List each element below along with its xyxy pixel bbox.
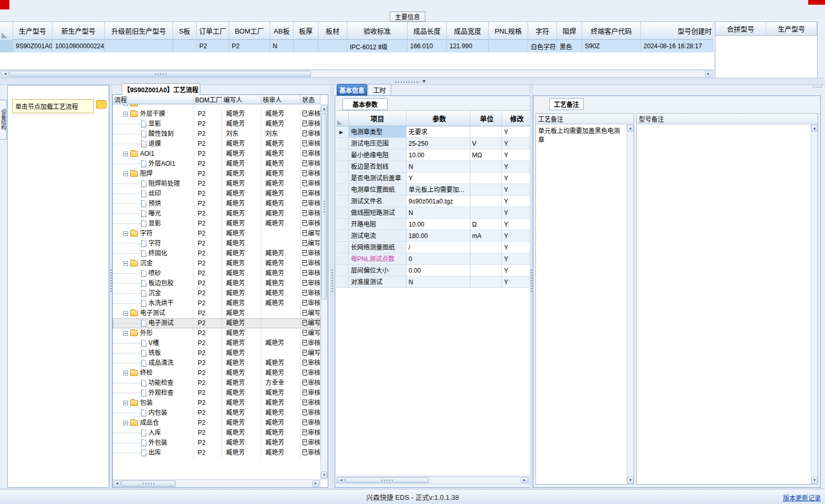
tab-work-hours[interactable]: 工时	[368, 84, 391, 95]
tree-row[interactable]: 功能检查P2臧艳芳方幸幸已审核	[113, 378, 320, 388]
tree-row[interactable]: 终固化P2臧艳芳臧艳芳已审核	[113, 249, 320, 259]
param-row[interactable]: 长网络测量图纸/Y	[336, 242, 530, 253]
tree-row[interactable]: 阻焊前处理P2臧艳芳臧艳芳已审核	[113, 179, 320, 189]
main-column-header[interactable]: 新生产型号	[52, 22, 105, 40]
main-column-header[interactable]: BOM工厂	[229, 22, 270, 40]
left-vertical-tab[interactable]: 设备结构	[0, 100, 7, 140]
tree-row[interactable]: 外层AOI1P2臧艳芳臧艳芳已审核	[113, 159, 320, 169]
main-column-header[interactable]: 成品长度	[408, 22, 447, 40]
tree-hscrollbar[interactable]: ◄ ►	[113, 479, 320, 487]
tree-expander-icon[interactable]	[123, 112, 128, 116]
tree-row[interactable]: 水洗烘干P2臧艳芳臧艳芳已审核	[113, 298, 320, 308]
tree-row[interactable]: 沉金P2臧艳芳臧艳芳已审核	[113, 288, 320, 298]
tree-row[interactable]: 电子测试P2臧艳芳已编写	[113, 308, 320, 318]
production-model-column-header[interactable]: 生产型号	[766, 22, 817, 35]
merge-model-column-header[interactable]: 合拼型号	[715, 22, 766, 35]
tab-basic-info[interactable]: 基本信息	[337, 84, 367, 95]
tree-expander-icon[interactable]	[123, 261, 128, 266]
param-select-all[interactable]	[336, 111, 349, 126]
main-column-header[interactable]: 字符	[528, 22, 557, 40]
param-row[interactable]: 每PNL测试点数0Y	[336, 253, 530, 265]
scroll-down-arrow-icon[interactable]: ▼	[321, 471, 327, 478]
main-column-header[interactable]: AB板	[270, 22, 294, 40]
tree-expander-icon[interactable]	[123, 231, 128, 236]
params-hscrollbar[interactable]: ◄ ►	[336, 476, 529, 484]
param-row[interactable]: 是否电测试后盖章YY	[336, 173, 530, 184]
splitter-grip[interactable]	[110, 270, 112, 292]
main-column-header[interactable]: 阻焊	[557, 22, 582, 40]
version-history-link[interactable]: 版本更新记录	[783, 493, 821, 502]
scroll-up-arrow-icon[interactable]: ▲	[321, 105, 327, 112]
param-row[interactable]: 电测章位置图纸单元板上均需要加...Y	[336, 184, 530, 196]
main-column-header[interactable]: PNL规格	[489, 22, 528, 40]
process-note-vscrollbar[interactable]: ▲ ▼	[627, 124, 634, 484]
tree-row[interactable]: 成品清洗P2臧艳芳臧艳芳已审核	[113, 358, 320, 368]
param-row[interactable]: 开路电阻10.00ΩY	[336, 219, 530, 230]
tree-row[interactable]: V槽P2臧艳芳臧艳芳已审核	[113, 338, 320, 348]
tree-vscrollbar[interactable]: ▲ ▼	[320, 104, 328, 479]
model-note-vscrollbar[interactable]: ▲ ▼	[811, 124, 818, 484]
param-value[interactable]: Y	[406, 173, 470, 184]
splitter-grip[interactable]	[395, 81, 420, 83]
param-column-header[interactable]: 参数	[406, 111, 470, 126]
tree-row[interactable]: 喷砂P2臧艳芳臧艳芳已审核	[113, 269, 320, 278]
param-row[interactable]: 测试文件名9s90z001a0.tgzY	[336, 196, 530, 207]
scroll-down-arrow-icon[interactable]: ▼	[811, 477, 818, 484]
tree-row[interactable]: 字符P2臧艳芳已编写	[113, 239, 320, 249]
splitter-collapse-arrow-icon[interactable]: ▼	[422, 79, 426, 84]
tree-row[interactable]: 显影P2臧艳芳臧艳芳已审核	[113, 219, 320, 229]
tree-row[interactable]: 内包装P2臧艳芳臧艳芳已审核	[113, 408, 320, 418]
tree-expander-icon[interactable]	[123, 421, 128, 425]
main-column-header[interactable]: 成品宽度	[447, 22, 489, 40]
tree-row[interactable]: 板边包胶P2臧艳芳臧艳芳已审核	[113, 278, 320, 288]
scrollbar-thumb[interactable]	[322, 113, 327, 299]
tree-expander-icon[interactable]	[123, 331, 128, 336]
splitter-grip[interactable]	[531, 270, 532, 292]
tree-expander-icon[interactable]	[123, 311, 128, 316]
row-selector[interactable]	[0, 40, 13, 52]
scrollbar-thumb[interactable]	[121, 480, 176, 487]
tree-row[interactable]: 终检P2臧艳芳臧艳芳已审核	[113, 368, 320, 378]
param-row[interactable]: 最小绝缘电阻10.00MΩY	[336, 149, 530, 161]
process-flow-tab[interactable]: 【9S90Z001A0】工艺流程	[122, 83, 200, 95]
process-note-content[interactable]: 单元板上均需要加盖黑色电测章	[536, 124, 627, 484]
tree-expander-icon[interactable]	[123, 401, 128, 405]
param-value[interactable]: N	[406, 207, 470, 219]
main-column-header[interactable]: 型号创建时	[641, 22, 713, 40]
main-column-header[interactable]: 板材	[318, 22, 347, 40]
tree-row[interactable]: AOI1P2臧艳芳臧艳芳已审核	[113, 149, 320, 159]
scrollbar-thumb[interactable]	[345, 477, 429, 483]
tree-row[interactable]: 外形P2臧艳芳已编写	[113, 328, 320, 338]
main-column-header[interactable]: 板厚	[294, 22, 318, 40]
param-value[interactable]: 单元板上均需要加...	[406, 184, 470, 196]
param-column-header[interactable]: 单位	[470, 111, 502, 126]
param-value[interactable]: 无要求	[406, 126, 470, 138]
param-column-header[interactable]: 项目	[349, 111, 406, 126]
tree-row[interactable]: 出库P2臧艳芳臧艳芳已审核	[113, 448, 320, 458]
scroll-left-arrow-icon[interactable]: ◄	[2, 71, 9, 77]
tree-row[interactable]: 预烘P2臧艳芳臧艳芳已审核	[113, 199, 320, 209]
tab-basic-params[interactable]: 基本参数	[342, 98, 388, 110]
main-column-header[interactable]: 终端客户代码	[582, 22, 641, 40]
tree-row[interactable]: 酸性蚀刻P2刘东刘东已审核	[113, 129, 320, 139]
tree-row[interactable]: 外层干膜P2臧艳芳臧艳芳已审核	[113, 109, 320, 119]
main-info-hscrollbar[interactable]: ◄ ►	[1, 70, 713, 78]
tree-row[interactable]: 退膜P2臧艳芳臧艳芳已审核	[113, 139, 320, 149]
tree-row[interactable]: 包装P2臧艳芳臧艳芳已审核	[113, 398, 320, 408]
main-column-header[interactable]: 生产型号	[13, 22, 52, 40]
scrollbar-thumb[interactable]	[9, 71, 311, 77]
tree-column-header[interactable]: 编写人	[222, 95, 261, 104]
tree-row[interactable]: 显影P2臧艳芳臧艳芳已审核	[113, 119, 320, 129]
tree-row[interactable]: 电子测试P2臧艳芳已编写	[113, 318, 320, 328]
tree-column-header[interactable]: BOM工厂	[194, 95, 222, 104]
param-value[interactable]: 0	[406, 253, 470, 265]
param-value[interactable]: 0.00	[406, 265, 470, 276]
param-value[interactable]: 9s90z001a0.tgz	[406, 196, 470, 207]
model-note-content[interactable]	[637, 124, 811, 484]
main-info-tab[interactable]: 主要信息	[390, 12, 425, 22]
param-value[interactable]: 180.00	[406, 230, 470, 242]
param-row[interactable]: 做线圈短路测试NY	[336, 207, 530, 219]
scroll-left-arrow-icon[interactable]: ◄	[113, 480, 121, 487]
node-load-panel[interactable]: 单击节点加载工艺流程	[7, 85, 109, 488]
main-column-header[interactable]: 验收标准	[347, 22, 408, 40]
